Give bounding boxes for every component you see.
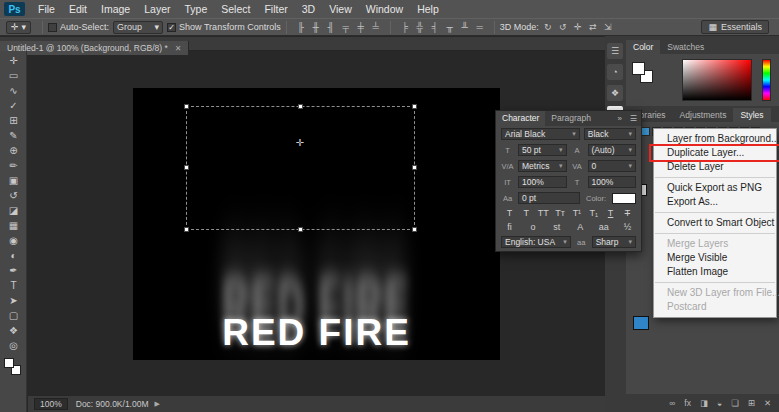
3d-slide-icon[interactable]: ⇄ <box>587 22 599 32</box>
superscript-button[interactable]: T¹ <box>570 208 583 218</box>
distribute-vcenter-icon[interactable]: ╨ <box>459 22 471 32</box>
transform-handle[interactable] <box>412 165 417 170</box>
tool-lasso[interactable]: ∿ <box>0 83 27 98</box>
transform-handle[interactable] <box>184 104 189 109</box>
menu-file[interactable]: File <box>31 0 62 18</box>
layer-mask-icon[interactable]: ◨ <box>700 398 708 408</box>
distribute-left-icon[interactable]: ╞ <box>399 22 411 32</box>
tool-gradient[interactable]: ▦ <box>0 218 27 233</box>
menu-image[interactable]: Image <box>94 0 137 18</box>
zoom-level-input[interactable]: 100% <box>34 398 68 410</box>
menu-filter[interactable]: Filter <box>257 0 294 18</box>
tool-crop[interactable]: ⊞ <box>0 113 27 128</box>
all-caps-button[interactable]: TT <box>537 208 550 218</box>
status-options-arrow-icon[interactable]: ▶ <box>155 400 160 408</box>
menu-type[interactable]: Type <box>177 0 214 18</box>
vertical-scale-input[interactable]: 100% <box>518 176 567 188</box>
foreground-background-swatches[interactable] <box>0 357 27 379</box>
anti-alias-dropdown[interactable]: Sharp ▾ <box>592 236 636 248</box>
tool-quick-selection[interactable]: ✓ <box>0 98 27 113</box>
tool-preset-dropdown[interactable]: ✛ ▾ <box>6 21 31 34</box>
link-layers-icon[interactable]: ∞ <box>669 398 675 408</box>
3d-rotate-icon[interactable]: ↻ <box>542 22 554 32</box>
collapse-panel-icon[interactable]: » <box>613 114 625 123</box>
layer-thumbnail-selected[interactable] <box>633 316 649 330</box>
new-group-icon[interactable]: ❏ <box>731 398 739 408</box>
align-bottom-icon[interactable]: ╧ <box>370 22 382 32</box>
language-dropdown[interactable]: English: USA ▾ <box>501 236 571 248</box>
tool-clone-stamp[interactable]: ▣ <box>0 173 27 188</box>
font-size-input[interactable]: 50 pt ▾ <box>518 144 567 156</box>
menu-3d[interactable]: 3D <box>295 0 322 18</box>
3d-drag-icon[interactable]: ✛ <box>572 22 584 32</box>
align-hcenter-icon[interactable]: ╫ <box>310 22 322 32</box>
close-icon[interactable]: ✕ <box>175 44 182 53</box>
auto-select-target-dropdown[interactable]: Group ▾ <box>113 21 163 34</box>
baseline-shift-input[interactable]: 0 pt <box>518 192 580 204</box>
discretionary-ligatures-button[interactable]: st <box>550 222 563 232</box>
menu-item-export-as[interactable]: Export As... <box>654 195 776 209</box>
delete-layer-icon[interactable]: ✕ <box>764 398 771 408</box>
show-transform-checkbox[interactable]: ✓ <box>167 23 176 32</box>
swash-button[interactable]: A <box>574 222 587 232</box>
tab-styles[interactable]: Styles <box>733 108 770 122</box>
distribute-hcenter-icon[interactable]: ╬ <box>414 22 426 32</box>
3d-scale-icon[interactable]: ⇲ <box>602 22 614 32</box>
adjustment-layer-icon[interactable]: ◒ <box>717 398 722 408</box>
small-caps-button[interactable]: Tᴛ <box>554 208 567 218</box>
strikethrough-button[interactable]: T <box>621 208 634 218</box>
contextual-alternates-button[interactable]: o <box>527 222 540 232</box>
text-color-swatch[interactable] <box>612 193 636 204</box>
fractions-button[interactable]: ½ <box>621 222 634 232</box>
font-style-dropdown[interactable]: Black ▾ <box>584 128 636 140</box>
transform-handle[interactable] <box>184 165 189 170</box>
tab-swatches[interactable]: Swatches <box>660 40 711 54</box>
leading-input[interactable]: (Auto) ▾ <box>588 144 637 156</box>
align-left-icon[interactable]: ╟ <box>295 22 307 32</box>
layer-style-fx-icon[interactable]: fx <box>684 398 691 408</box>
align-right-icon[interactable]: ╢ <box>325 22 337 32</box>
align-vcenter-icon[interactable]: ╪ <box>355 22 367 32</box>
tool-pen[interactable]: ✒ <box>0 263 27 278</box>
tab-color[interactable]: Color <box>626 40 660 54</box>
transform-handle[interactable] <box>184 227 189 232</box>
menu-select[interactable]: Select <box>214 0 257 18</box>
distribute-top-icon[interactable]: ╥ <box>444 22 456 32</box>
tool-path-selection[interactable]: ➤ <box>0 293 27 308</box>
panel-menu-icon[interactable]: ☰ <box>626 114 641 123</box>
menu-item-delete-layer[interactable]: Delete Layer <box>654 160 776 174</box>
tool-rectangular-marquee[interactable]: ▭ <box>0 68 27 83</box>
transform-handle[interactable] <box>298 227 303 232</box>
tab-adjustments[interactable]: Adjustments <box>673 108 734 122</box>
tool-eraser[interactable]: ◪ <box>0 203 27 218</box>
tool-spot-healing[interactable]: ⊕ <box>0 143 27 158</box>
transform-handle[interactable] <box>412 227 417 232</box>
tool-type[interactable]: T <box>0 278 27 293</box>
menu-layer[interactable]: Layer <box>137 0 177 18</box>
faux-bold-button[interactable]: T <box>503 208 516 218</box>
fg-bg-color-swatches[interactable] <box>632 62 656 86</box>
tool-zoom[interactable]: ◎ <box>0 338 27 353</box>
distribute-bottom-icon[interactable]: ═ <box>474 22 486 32</box>
align-top-icon[interactable]: ╤ <box>340 22 352 32</box>
new-layer-icon[interactable]: ⊞ <box>748 398 755 408</box>
document-canvas[interactable]: RED FIRE RED FIRE RED FIRE ✛ <box>133 88 500 360</box>
menu-item-flatten-image[interactable]: Flatten Image <box>654 265 776 279</box>
tool-blur[interactable]: ◉ <box>0 233 27 248</box>
history-panel-icon[interactable]: ◔ <box>607 64 623 80</box>
horizontal-scale-input[interactable]: 100% <box>588 176 637 188</box>
faux-italic-button[interactable]: T <box>520 208 533 218</box>
auto-select-checkbox[interactable] <box>48 23 57 32</box>
menu-help[interactable]: Help <box>410 0 446 18</box>
menu-item-duplicate-layer[interactable]: Duplicate Layer... <box>654 146 776 160</box>
kerning-input[interactable]: Metrics ▾ <box>518 160 567 172</box>
subscript-button[interactable]: T₁ <box>587 208 600 218</box>
tool-brush[interactable]: ✏ <box>0 158 27 173</box>
menu-view[interactable]: View <box>322 0 359 18</box>
style-preset[interactable] <box>641 127 650 136</box>
underline-button[interactable]: T <box>604 208 617 218</box>
tool-dodge[interactable]: ◐ <box>0 248 27 263</box>
menu-item-layer-from-background[interactable]: Layer from Background... <box>654 132 776 146</box>
transform-handle[interactable] <box>412 104 417 109</box>
tab-paragraph[interactable]: Paragraph <box>545 111 597 126</box>
